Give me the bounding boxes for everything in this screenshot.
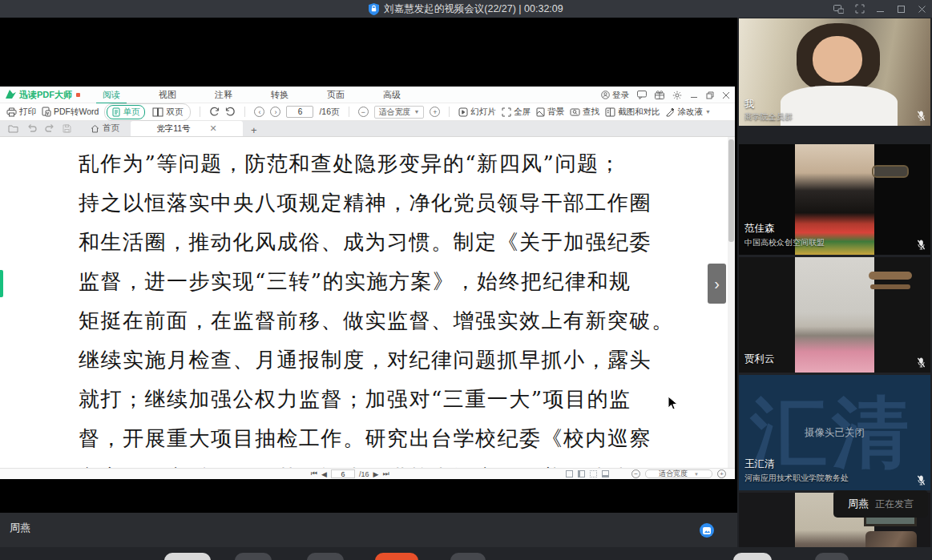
toolbar-pill-button[interactable]: [164, 553, 211, 560]
close-window-icon[interactable]: [917, 4, 927, 14]
doc-line: 继续实施月检查、月通报制度，对纪律问题抓早抓小，露头: [79, 340, 674, 380]
page-number-input[interactable]: 6: [286, 106, 313, 118]
prev-page-icon[interactable]: ◀: [321, 470, 327, 478]
double-page-button[interactable]: 双页: [147, 105, 188, 119]
participant-tile-self[interactable]: 我 商学院全员群: [739, 18, 930, 126]
menu-tab-read[interactable]: 阅读: [101, 87, 122, 103]
view-book-icon[interactable]: [590, 470, 597, 477]
pip-mode-icon[interactable]: [833, 4, 844, 14]
rotate-left-icon[interactable]: [209, 107, 220, 117]
mic-muted-icon: [917, 357, 926, 368]
home-tab[interactable]: 首页: [79, 120, 131, 136]
view-scroll-icon[interactable]: [602, 470, 609, 477]
toolbar-pill-button[interactable]: [733, 553, 772, 560]
feedback-icon[interactable]: [637, 91, 647, 99]
vertical-scrollbar[interactable]: [728, 137, 735, 468]
next-page-chevron-overlay[interactable]: ›: [708, 264, 726, 304]
menu-tab-advanced[interactable]: 高级: [381, 87, 402, 103]
redo-icon[interactable]: [45, 124, 54, 132]
doc-line: 矩挺在前面，在监督前移、做实监督、增强实效上有新突破。: [79, 301, 674, 340]
login-button[interactable]: 登录: [601, 90, 629, 101]
maximize-icon[interactable]: [896, 4, 906, 14]
document-tab[interactable]: 党字11号 ✕: [131, 121, 243, 136]
presenter-name-label: 周燕: [10, 521, 30, 535]
app-menu-dot-icon[interactable]: [76, 93, 80, 97]
doc-line: 方案》，高质量、有节奏逐步推进校内巡察全覆盖，持续推: [79, 458, 674, 468]
meeting-title: 刘嘉慧发起的视频会议(22/27) | 00:32:09: [384, 2, 563, 16]
fullscreen-button[interactable]: 全屏: [502, 107, 531, 118]
toolbar-pill-button[interactable]: [815, 553, 849, 560]
background-button[interactable]: 背景: [536, 107, 564, 118]
menu-tab-annotate[interactable]: 注释: [213, 87, 234, 103]
undo-icon[interactable]: [27, 124, 37, 132]
doc-line: 乱作为”等问题，防范和查处隐形变异的“新四风”问题；: [79, 144, 674, 183]
pdf-document-page[interactable]: 乱作为”等问题，防范和查处隐形变异的“新四风”问题； 持之以恒落实中央八项规定精…: [0, 137, 735, 468]
single-page-button[interactable]: 单页: [107, 105, 145, 119]
next-page-button[interactable]: ›: [270, 107, 280, 117]
pdf-status-bar: ⏮ ◀ 6 /16 ▶ ⏭ − 适合宽度▼ +: [0, 468, 735, 479]
toolbar-pill-button-record[interactable]: [375, 553, 418, 560]
rotate-right-icon[interactable]: [225, 107, 236, 117]
settings-gear-icon[interactable]: [672, 91, 682, 100]
statusbar-zoom-in[interactable]: +: [717, 469, 726, 478]
next-page-icon[interactable]: ▶: [373, 470, 379, 478]
pdf-menu-bar: 迅读PDF大师 阅读 视图 注释 转换 页面 高级 登录: [0, 87, 735, 103]
document-text: 乱作为”等问题，防范和查处隐形变异的“新四风”问题； 持之以恒落实中央八项规定精…: [79, 144, 674, 468]
toolbar-pill-button[interactable]: [235, 553, 272, 560]
last-page-icon[interactable]: ⏭: [382, 469, 389, 478]
minimize-icon[interactable]: [875, 4, 886, 14]
participant-subtitle: 中国高校众创空间联盟: [744, 237, 825, 248]
app-close-icon[interactable]: [722, 91, 730, 99]
sidebar-handle[interactable]: [0, 270, 3, 297]
statusbar-zoom-dropdown[interactable]: 适合宽度▼: [645, 469, 712, 478]
find-button[interactable]: 查找: [570, 107, 599, 118]
participant-tile-camera-off[interactable]: 汇清 摄像头已关闭 王汇清 河南应用技术职业学院教务处: [739, 375, 930, 490]
zoom-out-button[interactable]: −: [358, 107, 369, 117]
page-total-label: /16页: [319, 107, 339, 118]
participant-subtitle: 河南应用技术职业学院教务处: [744, 473, 849, 484]
print-button[interactable]: 打印: [6, 107, 36, 118]
speaking-toast: 周燕 正在发言: [833, 490, 928, 518]
camera-off-label: 摄像头已关闭: [739, 426, 930, 440]
screenshot-chat-icon[interactable]: [700, 523, 714, 538]
new-tab-icon[interactable]: +: [251, 124, 257, 136]
pdf-menu-tabs: 阅读 视图 注释 转换 页面 高级: [101, 87, 402, 103]
fullscreen-icon[interactable]: [854, 4, 865, 14]
screenshot-compare-button[interactable]: 截图和对比: [605, 107, 660, 118]
statusbar-page-input[interactable]: 6: [331, 469, 355, 478]
presenter-strip: 周燕: [0, 513, 737, 547]
participant-tile[interactable]: 贾利云: [739, 257, 930, 373]
view-single-icon[interactable]: [566, 470, 573, 477]
menu-tab-view[interactable]: 视图: [157, 87, 178, 103]
participant-name: 王汇清: [744, 457, 775, 471]
participant-name: 我: [744, 98, 755, 111]
meeting-bottom-toolbar: [0, 547, 932, 560]
scrollbar-thumb[interactable]: [728, 139, 734, 242]
slideshow-button[interactable]: 幻灯片: [458, 107, 496, 118]
correction-fluid-button[interactable]: 涂改液 ▼: [665, 107, 710, 118]
view-facing-icon[interactable]: [578, 470, 585, 477]
menu-tab-convert[interactable]: 转换: [269, 87, 290, 103]
close-tab-icon[interactable]: ✕: [210, 123, 217, 134]
prev-page-button[interactable]: ‹: [254, 107, 264, 117]
pdf-to-word-button[interactable]: PDF转Word: [42, 107, 99, 118]
speaking-status: 正在发言: [875, 498, 914, 511]
menu-tab-page[interactable]: 页面: [325, 87, 346, 103]
toolbar-pill-button[interactable]: [450, 553, 486, 560]
participant-name: 贾利云: [744, 353, 775, 366]
gift-icon[interactable]: [655, 91, 664, 99]
first-page-icon[interactable]: ⏮: [311, 469, 317, 478]
pdf-app-logo-icon: [6, 90, 16, 99]
statusbar-zoom-out[interactable]: −: [631, 469, 640, 478]
toolbar-pill-button[interactable]: [307, 553, 344, 560]
page-layout-group: 单页 双页: [104, 103, 191, 121]
save-icon[interactable]: [63, 124, 71, 133]
zoom-in-button[interactable]: +: [430, 107, 440, 117]
open-file-icon[interactable]: [8, 124, 19, 133]
mic-muted-icon: [917, 475, 926, 485]
zoom-mode-dropdown[interactable]: 适合宽度▼: [374, 106, 425, 119]
app-restore-icon[interactable]: [706, 91, 714, 99]
app-minimize-icon[interactable]: [690, 91, 698, 99]
doc-line: 就打；继续加强公权力监督；加强对“三重一大”项目的监: [79, 380, 674, 419]
participant-tile[interactable]: 范佳森 中国高校众创空间联盟: [739, 144, 930, 255]
